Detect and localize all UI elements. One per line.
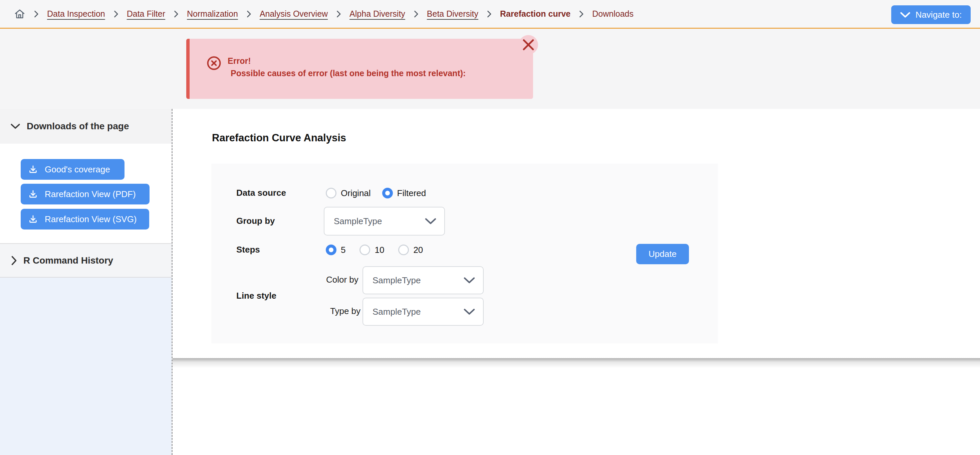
content-card-shadow: [173, 358, 980, 368]
radio-circle-icon: [398, 244, 409, 255]
chevron-down-icon: [464, 277, 475, 284]
radio-filtered[interactable]: Filtered: [382, 188, 426, 198]
color-by-value: SampleType: [372, 275, 421, 286]
download-icon: [28, 189, 38, 199]
download-goods-coverage-button[interactable]: Good's coverage: [21, 159, 124, 180]
type-by-select[interactable]: SampleType: [363, 298, 484, 326]
breadcrumb-item-alpha-diversity[interactable]: Alpha Diversity: [350, 9, 405, 19]
group-by-value: SampleType: [334, 216, 382, 227]
chevron-right-icon: [174, 10, 178, 18]
steps-label: Steps: [236, 244, 260, 255]
color-by-select[interactable]: SampleType: [363, 266, 484, 294]
home-icon[interactable]: [14, 8, 25, 20]
breadcrumb-item-downloads: Downloads: [592, 9, 633, 19]
chevron-right-icon: [34, 10, 38, 18]
breadcrumb: Data Inspection Data Filter Normalizatio…: [14, 8, 633, 20]
chevron-right-icon: [414, 10, 418, 18]
radio-circle-icon: [360, 244, 370, 255]
download-rarefaction-pdf-button[interactable]: Rarefaction View (PDF): [21, 184, 150, 204]
breadcrumb-item-analysis-overview[interactable]: Analysis Overview: [260, 9, 328, 19]
group-by-label: Group by: [236, 216, 275, 226]
alert-text: Error! Possible causes of error (last on…: [228, 55, 466, 80]
chevron-right-icon: [487, 10, 492, 18]
alert-title: Error!: [228, 55, 466, 67]
analysis-form-panel: Data source Original Filtered Group by: [211, 164, 718, 343]
radio-circle-selected-icon: [326, 244, 336, 255]
steps-radio-group: 5 10 20: [326, 241, 423, 259]
radio-steps-20[interactable]: 20: [398, 244, 423, 255]
breadcrumb-item-data-filter[interactable]: Data Filter: [127, 9, 165, 19]
sidebar-downloads-title: Downloads of the page: [27, 121, 129, 132]
error-alert: Error! Possible causes of error (last on…: [186, 39, 533, 99]
data-source-label: Data source: [236, 188, 286, 198]
radio-steps-10-label: 10: [374, 245, 384, 255]
chevron-right-icon: [247, 10, 251, 18]
chevron-down-icon: [11, 124, 20, 129]
sidebar: Downloads of the page Good's coverage Ra…: [0, 109, 173, 455]
group-by-select[interactable]: SampleType: [324, 207, 445, 236]
navigate-to-button[interactable]: Navigate to:: [891, 5, 970, 24]
chevron-down-icon: [464, 308, 475, 315]
content-card: Rarefaction Curve Analysis Data source O…: [173, 109, 980, 358]
alert-close-button[interactable]: [519, 35, 538, 54]
chevron-down-icon: [425, 218, 436, 225]
radio-steps-10[interactable]: 10: [360, 244, 384, 255]
radio-original-label: Original: [341, 188, 371, 198]
update-button[interactable]: Update: [636, 244, 689, 264]
sidebar-section-downloads[interactable]: Downloads of the page: [0, 109, 172, 144]
page: Data Inspection Data Filter Normalizatio…: [0, 0, 980, 455]
radio-filtered-label: Filtered: [397, 188, 426, 198]
alert-message: Possible causes of error (last one being…: [228, 67, 466, 80]
line-style-label: Line style: [236, 291, 276, 301]
navigate-to-label: Navigate to:: [916, 10, 962, 20]
chevron-right-icon: [114, 10, 118, 18]
sidebar-section-r-command-history[interactable]: R Command History: [0, 243, 172, 278]
alert-region: Error! Possible causes of error (last on…: [0, 29, 980, 109]
radio-steps-20-label: 20: [413, 245, 423, 255]
breadcrumb-item-rarefaction-curve: Rarefaction curve: [500, 9, 570, 19]
breadcrumb-item-beta-diversity[interactable]: Beta Diversity: [427, 9, 478, 19]
page-title: Rarefaction Curve Analysis: [212, 132, 346, 144]
breadcrumb-item-data-inspection[interactable]: Data Inspection: [47, 9, 105, 19]
radio-original[interactable]: Original: [326, 188, 371, 198]
download-button-label: Rarefaction View (SVG): [45, 214, 137, 225]
data-source-radio-group: Original Filtered: [326, 184, 426, 203]
chevron-right-icon: [11, 256, 17, 265]
radio-steps-5[interactable]: 5: [326, 244, 345, 255]
download-button-label: Good's coverage: [45, 164, 110, 175]
download-rarefaction-svg-button[interactable]: Rarefaction View (SVG): [21, 209, 149, 230]
radio-circle-icon: [326, 188, 336, 198]
sidebar-footer-area: [0, 278, 172, 455]
download-icon: [28, 214, 38, 224]
alert-body: Error! Possible causes of error (last on…: [206, 55, 466, 80]
radio-steps-5-label: 5: [341, 245, 345, 255]
close-icon: [523, 39, 534, 50]
download-button-label: Rarefaction View (PDF): [45, 189, 136, 200]
sidebar-history-title: R Command History: [23, 255, 113, 266]
chevron-right-icon: [336, 10, 341, 18]
chevron-down-icon: [900, 12, 910, 18]
breadcrumb-item-normalization[interactable]: Normalization: [187, 9, 238, 19]
download-icon: [28, 164, 38, 174]
type-by-value: SampleType: [372, 307, 421, 317]
radio-circle-selected-icon: [382, 188, 393, 198]
color-by-label: Color by: [326, 275, 358, 285]
main-row: Downloads of the page Good's coverage Ra…: [0, 109, 980, 455]
type-by-label: Type by: [330, 306, 361, 316]
breadcrumb-bar: Data Inspection Data Filter Normalizatio…: [0, 0, 980, 29]
content-area: Rarefaction Curve Analysis Data source O…: [173, 109, 980, 455]
chevron-right-icon: [579, 10, 584, 18]
error-circle-icon: [206, 56, 222, 80]
